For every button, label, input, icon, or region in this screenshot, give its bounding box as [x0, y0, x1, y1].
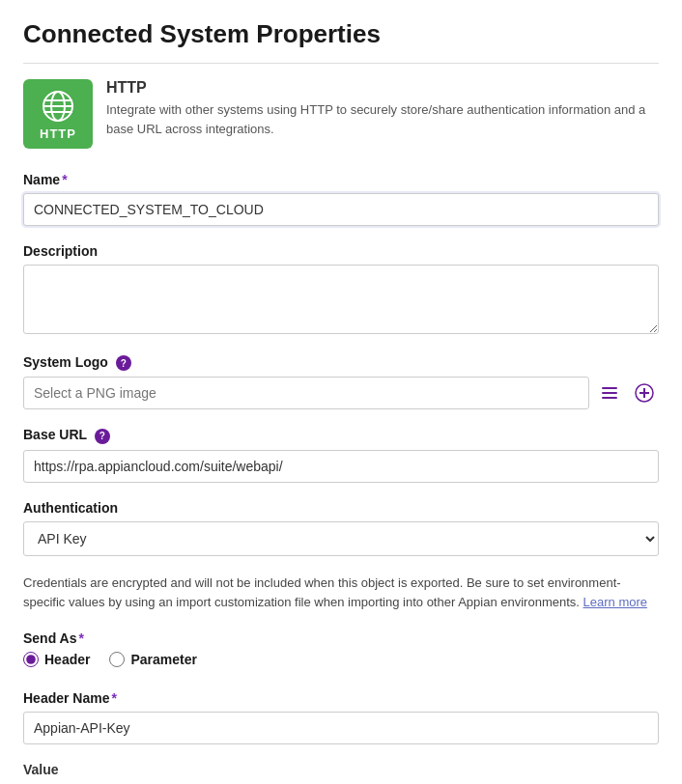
list-icon-button[interactable] — [595, 378, 624, 407]
send-as-parameter-label: Parameter — [130, 652, 197, 667]
description-label: Description — [23, 243, 659, 259]
base-url-label: Base URL ? — [23, 427, 659, 443]
http-logo: HTTP — [23, 79, 93, 149]
svg-rect-5 — [602, 387, 617, 389]
value-label: Value — [23, 762, 659, 777]
system-logo-input[interactable] — [23, 377, 589, 409]
name-group: Name* — [23, 172, 659, 226]
authentication-group: Authentication API Key Basic Auth OAuth … — [23, 500, 659, 556]
svg-rect-6 — [602, 392, 617, 394]
description-group: Description — [23, 243, 659, 337]
http-header: HTTP HTTP Integrate with other systems u… — [23, 79, 659, 149]
globe-icon — [40, 88, 76, 125]
http-info: HTTP Integrate with other systems using … — [106, 79, 659, 138]
header-name-input[interactable] — [23, 712, 659, 744]
value-group: Value ********** (Clear) — [23, 762, 659, 784]
send-as-header-radio[interactable] — [23, 652, 39, 667]
system-logo-input-wrapper — [23, 377, 589, 409]
send-as-label: Send As* — [23, 630, 659, 646]
name-input[interactable] — [23, 193, 659, 226]
send-as-parameter-option[interactable]: Parameter — [109, 652, 197, 667]
send-as-radio-group: Header Parameter — [23, 652, 659, 673]
name-label: Name* — [23, 172, 659, 187]
base-url-group: Base URL ? — [23, 427, 659, 482]
header-name-label: Header Name* — [23, 690, 659, 706]
system-logo-label: System Logo ? — [23, 354, 659, 371]
authentication-select[interactable]: API Key Basic Auth OAuth 2.0 No Authenti… — [23, 521, 659, 556]
http-description: Integrate with other systems using HTTP … — [106, 100, 659, 138]
page-title: Connected System Properties — [23, 19, 659, 64]
http-logo-text: HTTP — [40, 126, 76, 141]
base-url-help-icon[interactable]: ? — [95, 429, 110, 444]
add-icon-button[interactable] — [630, 378, 659, 407]
http-title: HTTP — [106, 79, 659, 97]
system-logo-group: System Logo ? — [23, 354, 659, 409]
credentials-note: Credentials are encrypted and will not b… — [23, 574, 659, 614]
add-circle-icon — [635, 383, 654, 403]
header-name-group: Header Name* — [23, 690, 659, 744]
send-as-group: Send As* Header Parameter — [23, 630, 659, 673]
send-as-header-label: Header — [44, 652, 90, 667]
send-as-header-option[interactable]: Header — [23, 652, 90, 667]
description-textarea[interactable] — [23, 265, 659, 334]
send-as-parameter-radio[interactable] — [109, 652, 125, 667]
base-url-input[interactable] — [23, 450, 659, 483]
authentication-label: Authentication — [23, 500, 659, 516]
list-icon — [600, 383, 619, 403]
system-logo-row — [23, 377, 659, 409]
svg-rect-7 — [602, 397, 617, 399]
system-logo-help-icon[interactable]: ? — [116, 355, 131, 371]
learn-more-link[interactable]: Learn more — [583, 595, 647, 609]
